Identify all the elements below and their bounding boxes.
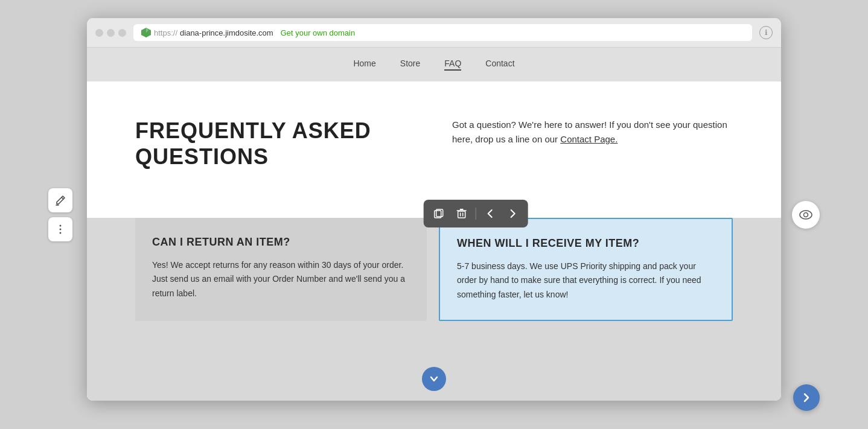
faq-card-1[interactable]: CAN I RETURN AN ITEM? Yes! We accept ret… xyxy=(135,218,427,320)
faq-card-1-body: Yes! We accept returns for any reason wi… xyxy=(152,258,410,300)
faq-description: Got a question? We're here to answer! If… xyxy=(452,118,733,147)
get-own-domain-link[interactable]: Get your own domain xyxy=(281,28,356,37)
traffic-light-minimize xyxy=(107,29,115,37)
svg-point-11 xyxy=(60,228,62,230)
svg-point-10 xyxy=(60,224,62,226)
pen-icon xyxy=(54,194,66,206)
svg-point-14 xyxy=(804,212,808,217)
toolbar-delete-button[interactable] xyxy=(452,203,472,224)
toolbar-next-button[interactable] xyxy=(503,203,523,224)
address-bar[interactable]: https://diana-prince.jimdosite.com Get y… xyxy=(133,24,752,41)
site-content: FREQUENTLY ASKED QUESTIONS Got a questio… xyxy=(87,81,781,401)
scroll-right-button[interactable] xyxy=(793,384,820,411)
info-button[interactable]: ℹ xyxy=(759,26,773,39)
scroll-down-icon xyxy=(430,375,438,383)
toolbar-copy-button[interactable] xyxy=(429,203,449,224)
prev-icon xyxy=(487,208,494,219)
left-tools xyxy=(48,188,72,241)
floating-toolbar xyxy=(424,200,528,227)
url-protocol: https:// xyxy=(154,28,177,37)
faq-header-section: FREQUENTLY ASKED QUESTIONS Got a questio… xyxy=(87,81,781,218)
nav-item-home[interactable]: Home xyxy=(353,59,375,71)
preview-button[interactable] xyxy=(792,201,820,229)
svg-point-12 xyxy=(60,232,62,234)
scroll-down-button[interactable] xyxy=(422,367,446,391)
svg-point-13 xyxy=(800,211,812,219)
traffic-light-maximize xyxy=(118,29,126,37)
cards-section: CAN I RETURN AN ITEM? Yes! We accept ret… xyxy=(87,218,781,357)
toolbar-prev-button[interactable] xyxy=(480,203,500,224)
faq-card-2[interactable]: WHEN WILL I RECEIVE MY ITEM? 5-7 busines… xyxy=(439,218,733,320)
url-domain: diana-prince.jimdosite.com xyxy=(180,28,273,37)
svg-rect-5 xyxy=(458,211,465,218)
faq-card-2-body: 5-7 business days. We use UPS Priority s… xyxy=(457,259,715,301)
toolbar-divider xyxy=(476,208,476,220)
eye-icon xyxy=(799,210,812,220)
traffic-light-close xyxy=(95,29,103,37)
copy-icon xyxy=(433,208,444,219)
nav-item-faq[interactable]: FAQ xyxy=(444,59,461,71)
browser-chrome: https://diana-prince.jimdosite.com Get y… xyxy=(87,18,781,48)
pen-tool-button[interactable] xyxy=(48,188,72,212)
faq-title: FREQUENTLY ASKED QUESTIONS xyxy=(135,118,416,170)
site-nav: Home Store FAQ Contact xyxy=(87,48,781,81)
more-options-button[interactable] xyxy=(48,217,72,241)
more-dots-icon xyxy=(59,224,62,235)
faq-card-1-title: CAN I RETURN AN ITEM? xyxy=(152,236,410,249)
nav-item-contact[interactable]: Contact xyxy=(485,59,514,71)
scroll-indicator xyxy=(87,357,781,401)
chevron-right-icon xyxy=(802,392,811,403)
delete-icon xyxy=(456,208,467,219)
jimdo-logo-icon xyxy=(141,27,152,38)
next-icon xyxy=(509,208,517,219)
nav-item-store[interactable]: Store xyxy=(400,59,420,71)
nav-items: Home Store FAQ Contact xyxy=(353,48,514,81)
browser-window: https://diana-prince.jimdosite.com Get y… xyxy=(87,18,781,401)
faq-card-2-title: WHEN WILL I RECEIVE MY ITEM? xyxy=(457,237,715,250)
traffic-lights xyxy=(95,29,126,37)
contact-page-link[interactable]: Contact Page. xyxy=(560,134,617,144)
